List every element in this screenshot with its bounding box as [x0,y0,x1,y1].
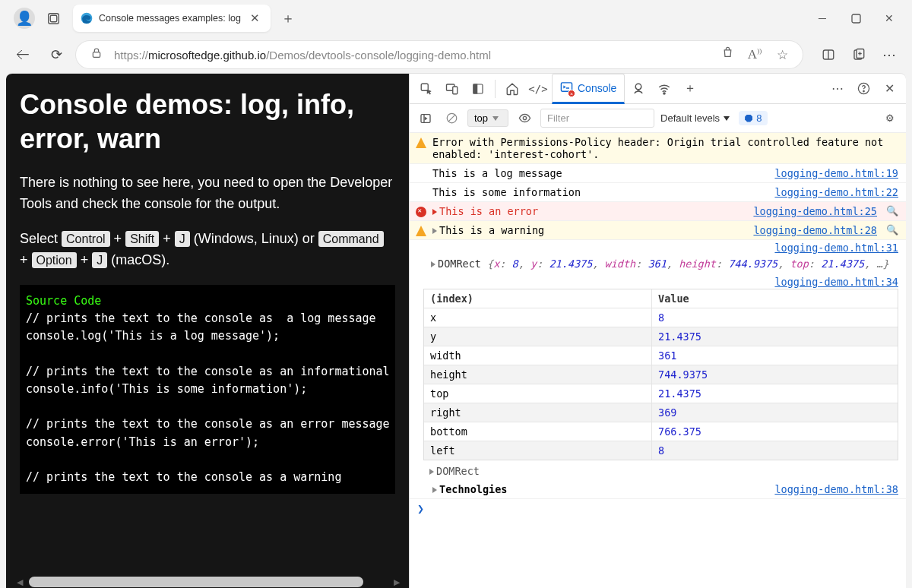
welcome-tab-icon[interactable] [500,77,524,101]
refresh-button[interactable]: ⟳ [43,41,70,68]
console-log-row[interactable]: Technolgies logging-demo.html:38 [410,480,906,499]
live-expression-icon[interactable] [515,109,534,128]
svg-point-25 [523,116,526,119]
site-info-icon[interactable] [87,47,106,63]
console-warning-row[interactable]: This is a warning logging-demo.html:28🔍 [410,221,906,240]
console-warning-row[interactable]: Error with Permissions-Policy header: Or… [410,133,906,164]
svg-rect-15 [473,84,477,93]
console-sidebar-icon[interactable] [416,109,435,128]
edge-favicon-icon [81,12,93,24]
console-tab[interactable]: × Console [552,74,625,104]
table-row: y21.4375 [424,327,898,346]
horizontal-scrollbar[interactable]: ◀ ▶ [15,576,391,588]
console-log-row[interactable]: This is a log message logging-demo.html:… [410,164,906,183]
page-heading: Console demos: log, info, error, warn [20,87,395,156]
svg-point-18 [663,92,665,93]
table-row: right369 [424,403,898,422]
collections-icon[interactable] [845,41,872,68]
browser-tab[interactable]: Console messages examples: log ✕ [73,5,271,32]
help-icon[interactable] [851,77,876,101]
network-tab-icon[interactable] [652,77,676,101]
source-link[interactable]: logging-demo.html:22 [774,186,898,198]
read-aloud-icon[interactable]: A)) [745,47,765,62]
dock-side-icon[interactable] [466,77,490,101]
code-block: Source Code // prints the text to the co… [20,285,395,495]
clear-console-icon[interactable] [442,109,461,128]
close-window-button[interactable]: ✕ [872,6,906,30]
svg-point-20 [863,90,863,91]
profile-avatar[interactable]: 👤 [14,8,35,29]
shopping-icon[interactable] [717,46,737,63]
console-table: (index)Value x8 y21.4375 width361 height… [423,289,898,460]
table-footer[interactable]: DOMRect [410,463,906,480]
page-intro: There is nothing to see here, you need t… [20,172,395,215]
console-filterbar: top Filter Default levels 8 ⚙ [410,104,906,133]
source-link[interactable]: logging-demo.html:28 [753,224,877,236]
devtools-panel: </> × Console ＋ ⋯ ✕ top Filter Default l… [409,74,906,588]
page-viewport: Console demos: log, info, error, warn Th… [6,74,409,588]
sources-tab-icon[interactable] [626,77,651,101]
svg-rect-4 [93,52,100,57]
devtools-close-icon[interactable]: ✕ [877,77,901,101]
device-toggle-icon[interactable] [440,77,464,101]
table-row: left8 [424,441,898,460]
magnify-icon[interactable]: 🔍 [886,224,898,236]
browser-toolbar: 🡠 ⟳ https://microsoftedge.github.io/Demo… [0,36,912,73]
console-icon: × [560,81,573,96]
svg-rect-1 [50,15,57,22]
table-row: width361 [424,346,898,365]
split-screen-icon[interactable] [815,41,842,68]
table-row: bottom766.375 [424,422,898,441]
svg-rect-13 [453,87,458,94]
add-tab-icon[interactable]: ＋ [678,77,702,101]
maximize-button[interactable] [839,6,872,30]
devtools-more-icon[interactable]: ⋯ [825,77,850,101]
source-link[interactable]: logging-demo.html:31 [774,242,898,254]
source-link[interactable]: logging-demo.html:25 [753,205,877,217]
address-bar[interactable]: https://microsoftedge.github.io/Demos/de… [76,41,803,68]
minimize-button[interactable]: ─ [806,6,839,30]
console-messages: Error with Permissions-Policy header: Or… [410,133,906,588]
svg-line-24 [448,115,455,122]
error-icon [416,207,426,217]
source-link[interactable]: logging-demo.html:38 [774,483,898,495]
issues-badge[interactable]: 8 [739,111,768,125]
devtools-tabbar: </> × Console ＋ ⋯ ✕ [410,74,906,104]
table-row: x8 [424,308,898,327]
console-error-row[interactable]: This is an error logging-demo.html:25🔍 [410,202,906,221]
favorite-icon[interactable]: ☆ [772,47,792,63]
context-selector[interactable]: top [467,109,508,127]
console-info-row[interactable]: This is some information logging-demo.ht… [410,183,906,202]
domrect-output[interactable]: DOMRect {x: 8, y: 21.4375, width: 361, h… [410,254,906,274]
tab-title: Console messages examples: log [99,13,241,24]
svg-rect-3 [852,14,860,23]
close-tab-icon[interactable]: ✕ [247,11,263,25]
log-levels-selector[interactable]: Default levels [660,112,733,124]
url-text: https://microsoftedge.github.io/Demos/de… [114,49,710,62]
page-shortcuts: Select Control + Shift + J (Windows, Lin… [20,229,395,271]
scrollbar-thumb[interactable] [29,577,363,587]
new-tab-button[interactable]: ＋ [275,5,301,31]
console-settings-icon[interactable]: ⚙ [880,109,900,128]
elements-tab-icon[interactable]: </> [526,77,550,101]
back-button[interactable]: 🡠 [9,41,36,68]
table-row: height744.9375 [424,365,898,384]
table-row: top21.4375 [424,384,898,403]
inspect-element-icon[interactable] [414,77,439,101]
workspaces-icon[interactable] [43,8,64,29]
source-link[interactable]: logging-demo.html:19 [774,167,898,179]
window-titlebar: 👤 Console messages examples: log ✕ ＋ ─ ✕ [0,0,912,36]
scroll-left-icon[interactable]: ◀ [14,576,26,588]
scroll-right-icon[interactable]: ▶ [391,576,403,588]
source-link[interactable]: logging-demo.html:34 [774,276,898,288]
console-prompt[interactable]: ❯ [410,499,906,519]
warning-icon [416,226,426,236]
warning-icon [416,138,426,148]
magnify-icon[interactable]: 🔍 [886,205,898,217]
filter-input[interactable]: Filter [540,109,654,128]
more-menu-icon[interactable]: ⋯ [876,41,903,68]
